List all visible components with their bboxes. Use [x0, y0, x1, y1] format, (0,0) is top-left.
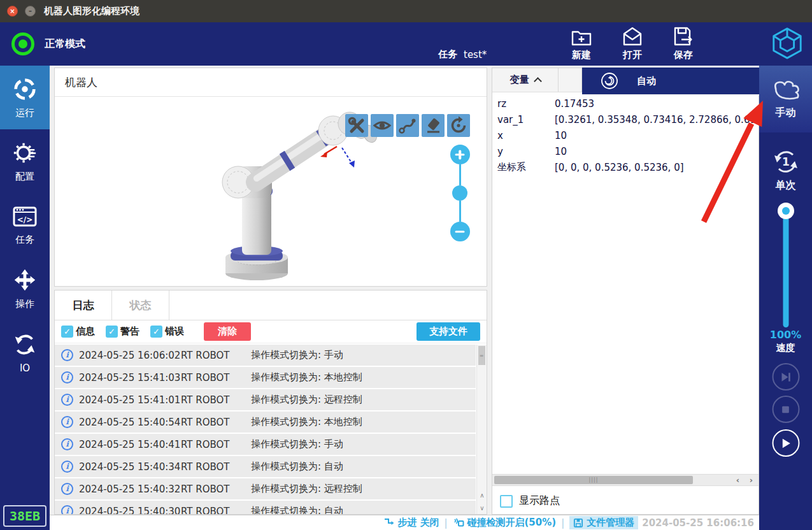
task-label: 任务	[438, 48, 457, 61]
sidebar-item-task[interactable]: </> 任务	[0, 193, 50, 257]
step-forward-button[interactable]	[772, 363, 799, 390]
eye-icon	[371, 115, 393, 136]
rotate-circle-icon	[448, 115, 469, 136]
speed-slider-track[interactable]	[783, 211, 788, 327]
brand-logo-icon	[770, 26, 804, 63]
sidebar-item-io[interactable]: IO	[0, 320, 50, 384]
hscrollbar-thumb[interactable]: ||||	[494, 476, 693, 484]
log-list[interactable]: 2024-05-25 16:06:02RT ROBOT操作模式切换为: 手动 2…	[55, 345, 476, 514]
collapse-caret-icon	[534, 77, 542, 85]
log-tabs: 日志 状态	[55, 290, 487, 320]
auto-spiral-icon	[600, 71, 619, 90]
scroll-down-button[interactable]: ∨	[477, 502, 487, 514]
zoom-slider-handle[interactable]	[452, 185, 467, 201]
sidebar-item-operate[interactable]: 操作	[0, 257, 50, 320]
speed-label: 速度	[759, 341, 812, 355]
zoom-track	[459, 164, 461, 185]
info-circle-icon	[61, 505, 73, 514]
manual-mode-button[interactable]: 手动	[759, 66, 812, 132]
run-target-icon	[11, 76, 38, 103]
log-row[interactable]: 2024-05-25 15:40:30RT ROBOT操作模式切换为: 自动	[55, 501, 476, 514]
error-checkbox[interactable]	[150, 326, 162, 338]
scroll-left-button[interactable]: ‹	[731, 475, 744, 485]
filter-error[interactable]: 错误	[150, 326, 184, 338]
separator: |	[444, 517, 447, 529]
log-row[interactable]: 2024-05-25 15:41:01RT ROBOT操作模式切换为: 远程控制	[55, 389, 476, 410]
new-task-button[interactable]: 新建	[562, 25, 601, 61]
right-sidebar: 手动 1 单次 100% 速度	[759, 66, 812, 530]
support-files-button[interactable]: 支持文件	[417, 322, 480, 341]
erase-button[interactable]	[422, 114, 445, 137]
tab-log[interactable]: 日志	[55, 290, 112, 320]
stop-icon	[778, 402, 794, 417]
info-circle-icon	[61, 461, 73, 473]
variable-row[interactable]: 坐标系[0, 0, 0, 0.5236, 0.5236, 0]	[492, 159, 759, 175]
robot-3d-view[interactable]	[55, 97, 487, 286]
variable-row[interactable]: x10	[492, 127, 759, 143]
log-row[interactable]: 2024-05-25 16:06:02RT ROBOT操作模式切换为: 手动	[55, 345, 476, 366]
tab-variables[interactable]: 变量	[492, 68, 559, 92]
log-row[interactable]: 2024-05-25 15:40:34RT ROBOT操作模式切换为: 自动	[55, 456, 476, 477]
collision-icon	[453, 518, 464, 527]
window-title: 机器人图形化编程环境	[44, 5, 139, 17]
info-circle-icon	[61, 371, 73, 383]
scroll-right-button[interactable]: ›	[744, 475, 758, 485]
zoom-in-button[interactable]	[450, 145, 470, 164]
mode-dropdown-item-auto[interactable]: 自动	[582, 68, 759, 96]
log-scrollbar-thumb[interactable]: ≡	[478, 346, 485, 365]
log-row[interactable]: 2024-05-25 15:40:41RT ROBOT操作模式切换为: 手动	[55, 434, 476, 455]
info-circle-icon	[61, 416, 73, 428]
curve-points-icon	[397, 115, 418, 136]
tab-status[interactable]: 状态	[112, 290, 169, 320]
tools-button[interactable]	[345, 114, 368, 137]
filter-info[interactable]: 信息	[61, 326, 95, 338]
variables-hscrollbar[interactable]: |||| ‹ ›	[492, 474, 759, 486]
log-panel: 日志 状态 信息 警告 错误 清除 支持文件	[54, 290, 487, 515]
play-button[interactable]	[772, 429, 799, 457]
close-icon[interactable]: ×	[7, 6, 18, 17]
checksum-badge: 38EB	[3, 505, 46, 527]
file-manager-button[interactable]: 文件管理器	[569, 516, 638, 529]
single-cycle-button[interactable]: 1 单次	[759, 141, 812, 198]
step-mode-status[interactable]: 步进 关闭	[383, 517, 439, 529]
view-toolbar	[345, 114, 470, 137]
zoom-out-button[interactable]	[450, 222, 470, 241]
info-circle-icon	[61, 438, 73, 450]
folder-plus-icon	[570, 25, 593, 48]
filter-warning[interactable]: 警告	[106, 326, 139, 338]
variables-table: rz0.17453 var_1[0.3261, 0.35348, 0.73416…	[492, 92, 759, 175]
reset-view-button[interactable]	[447, 114, 470, 137]
clear-logs-button[interactable]: 清除	[204, 322, 251, 341]
visibility-button[interactable]	[371, 114, 394, 137]
sidebar-item-config[interactable]: 配置	[0, 129, 50, 193]
variable-row[interactable]: y10	[492, 143, 759, 159]
speed-readout: 100% 速度	[759, 328, 812, 355]
code-window-icon: </>	[11, 204, 39, 229]
speed-slider-handle[interactable]	[778, 203, 794, 219]
app-window: × – 机器人图形化编程环境 正常模式 任务 test* 配置 default …	[0, 0, 812, 530]
minimize-icon[interactable]: –	[25, 6, 36, 17]
warning-checkbox[interactable]	[106, 326, 118, 338]
sync-arrows-icon	[11, 331, 38, 358]
header: 正常模式 任务 test* 配置 default 新建	[0, 22, 812, 66]
log-row[interactable]: 2024-05-25 15:40:32RT ROBOT操作模式切换为: 远程控制	[55, 478, 476, 499]
variable-row[interactable]: rz0.17453	[492, 96, 759, 111]
stop-button[interactable]	[772, 396, 799, 423]
log-row[interactable]: 2024-05-25 15:41:03RT ROBOT操作模式切换为: 本地控制	[55, 367, 476, 388]
show-waypoints-row: 显示路点	[492, 487, 759, 515]
info-checkbox[interactable]	[61, 326, 73, 338]
show-waypoints-checkbox[interactable]	[500, 495, 513, 508]
log-row[interactable]: 2024-05-25 15:40:54RT ROBOT操作模式切换为: 本地控制	[55, 412, 476, 433]
tab-extra[interactable]	[559, 68, 582, 92]
open-task-button[interactable]: 打开	[613, 25, 652, 61]
eraser-icon	[422, 115, 444, 136]
save-task-button[interactable]: 保存	[664, 25, 703, 61]
variable-row[interactable]: var_1[0.3261, 0.35348, 0.73416, 2.72866,…	[492, 111, 759, 127]
sidebar-item-run[interactable]: 运行	[0, 66, 50, 129]
collision-status[interactable]: 碰撞检测开启(50%)	[453, 517, 557, 529]
path-button[interactable]	[396, 114, 419, 137]
scroll-up-button[interactable]: ∧	[477, 489, 487, 501]
log-scrollbar[interactable]: ≡ ∧ ∨	[476, 345, 487, 514]
crossed-tools-icon	[346, 115, 367, 136]
mode-indicator: 正常模式	[11, 32, 85, 55]
